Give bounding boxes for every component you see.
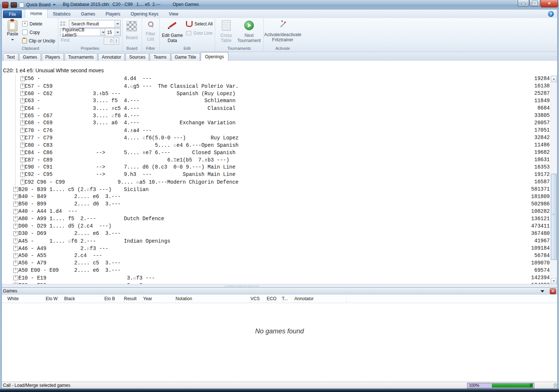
next-tournament-button[interactable]: Next Tournament <box>235 21 263 43</box>
tab-annotator[interactable]: Annotator <box>98 53 125 61</box>
expand-plus-icon[interactable]: + <box>13 194 18 199</box>
expand-plus-icon[interactable]: + <box>13 224 18 229</box>
scrollbar-thumb[interactable] <box>551 174 557 260</box>
column-header-notation[interactable]: Notation <box>176 295 251 303</box>
games-close-button[interactable]: x <box>550 288 556 294</box>
tree-row-a50-24[interactable]: +A50 - A55 2.c4 ---56784 <box>0 252 559 259</box>
help-icon[interactable]: ? <box>548 11 554 17</box>
delete-button[interactable]: × Delete <box>22 21 42 27</box>
scroll-down-icon[interactable]: ▼ <box>551 278 557 284</box>
font-combo[interactable]: FigurineCB LetterS <box>60 28 106 36</box>
tab-players[interactable]: Players <box>42 53 64 61</box>
tab-game-title[interactable]: Game Title <box>171 53 200 61</box>
expand-plus-icon[interactable]: + <box>13 239 18 243</box>
fritztrainer-button[interactable]: ★★ Activate/deactivate Fritztrainer <box>264 20 301 42</box>
tree-row-c92-13[interactable]: + C92 - C95 --> 9.h3 --- Spanish Main Li… <box>0 171 559 178</box>
goto-line-button[interactable]: Goto Line <box>186 31 213 36</box>
expand-plus-icon[interactable]: + <box>13 216 18 221</box>
tree-row-a80-19[interactable]: +A80 - A99 1.... f5 2.--- Dutch Defence1… <box>0 215 559 222</box>
first-spinner[interactable]: 0 ▲▼ <box>104 37 119 45</box>
expand-plus-icon[interactable]: + <box>13 261 18 266</box>
tree-row-c84-10[interactable]: + C84 - C86 --> 5.... ♗e7 6.--- Closed S… <box>0 149 559 156</box>
tree-row-d30-21[interactable]: +D30 - D69 2.... e6 3.---367480 <box>0 230 559 237</box>
select-all-button[interactable]: Select All <box>186 21 213 27</box>
tree-row-b40-16[interactable]: +B40 - B49 2.... e6 3.---181809 <box>0 193 559 200</box>
tree-row-c60-2[interactable]: + C60 - C62 3.♗b5 --- Spanish (Ruy Lopez… <box>0 90 559 97</box>
cross-table-button[interactable]: Cross Table <box>217 20 235 43</box>
tree-row-b50-17[interactable]: +B50 - B99 2.... d6 3.---502986 <box>0 200 559 208</box>
quick-board-checkbox[interactable] <box>19 3 24 7</box>
tab-openings[interactable]: Openings <box>201 52 228 61</box>
tree-row-c70-7[interactable]: + C70 - C76 4.♗a4 ---17051 <box>0 126 559 134</box>
tree-row-c92-14[interactable]: + C92 C96 - C99 9.... ♘a5 10.---Modern C… <box>0 178 559 185</box>
menu-tab-opening-keys[interactable]: Opening Keys <box>125 10 163 18</box>
menu-tab-home[interactable]: Home <box>25 9 48 18</box>
tree-row-a56-25[interactable]: +A56 - A79 2.... c5 3.---109070 <box>0 259 559 267</box>
tab-games[interactable]: Games <box>19 53 41 61</box>
font-size-combo[interactable]: 15 <box>105 28 121 36</box>
column-header-white[interactable]: White <box>7 295 46 303</box>
menu-tab-file[interactable]: File <box>3 10 22 18</box>
expand-plus-icon[interactable]: + <box>13 246 18 251</box>
expand-plus-icon[interactable]: + <box>13 268 18 273</box>
close-button[interactable]: ✕ <box>541 0 558 7</box>
tree-row-c56-0[interactable]: + C56 - 4.d4 ---19284 <box>0 75 559 82</box>
scroll-up-icon[interactable]: ▲ <box>551 76 557 82</box>
menu-tab-statistics[interactable]: Statistics <box>48 10 76 18</box>
column-header-t[interactable]: T... <box>282 295 294 303</box>
expand-plus-icon[interactable]: + <box>13 209 18 214</box>
expand-plus-icon[interactable]: + <box>13 275 18 280</box>
tab-tournaments[interactable]: Tournaments <box>65 53 97 61</box>
vertical-scrollbar[interactable]: ▲ ▼ <box>551 76 557 284</box>
column-header-elo-w[interactable]: Elo W <box>46 295 64 303</box>
splitter-handle-icon[interactable] <box>224 285 259 287</box>
clip-or-unclip-button[interactable]: Clip or Unclip <box>22 38 55 44</box>
tree-row-c65-5[interactable]: + C65 - C67 3.... ♘f6 4.---33805 <box>0 112 559 119</box>
column-header-annotator[interactable]: Annotator <box>294 295 346 303</box>
tree-row-a46-23[interactable]: +A46 - A49 2.♘f3 ---109184 <box>0 244 559 252</box>
collapse-triangle-icon[interactable] <box>541 290 544 292</box>
spinner-arrows-icon[interactable]: ▲▼ <box>114 38 119 44</box>
menu-tab-view[interactable]: View <box>163 10 183 18</box>
filter-list-button[interactable]: Filter List <box>144 21 158 42</box>
menu-tab-games[interactable]: Games <box>76 10 100 18</box>
tree-row-c80-9[interactable]: + C80 - C83 5.... ♘e4 6.---Open Spanish1… <box>0 141 559 149</box>
search-result-combo[interactable]: Search Result <box>69 20 121 28</box>
tab-text[interactable]: Text <box>3 53 18 61</box>
minimize-button[interactable] <box>518 0 529 7</box>
tree-row-b20-15[interactable]: +B20 - B39 1.... c5 (2.♘f3 ---) Sicilian… <box>0 185 559 193</box>
expand-plus-icon[interactable]: + <box>13 202 18 207</box>
tree-row-e20-28[interactable]: +E20 - E59 3.♘c3 ---104893 <box>0 281 559 284</box>
tree-row-a50-26[interactable]: +A50 E00 - E09 2.... e6 3.---69574 <box>0 267 559 274</box>
tree-row-c87-11[interactable]: + C87 - C89 6.♖e1(b5 7.♗b3 ---)18631 <box>0 156 559 163</box>
tab-sources[interactable]: Sources <box>125 53 149 61</box>
tree-row-a45-22[interactable]: +A45 - 1.... ♘f6 2.--- Indian Openings41… <box>0 237 559 244</box>
copy-button[interactable]: Copy <box>22 30 40 35</box>
column-header-result[interactable]: Result <box>124 295 143 303</box>
edit-game-data-button[interactable]: Edit Game Data <box>161 20 184 43</box>
column-header-year[interactable]: Year <box>143 295 176 303</box>
menu-tab-players[interactable]: Players <box>100 10 125 18</box>
column-header-black[interactable]: Black <box>64 295 104 303</box>
tree-row-e10-27[interactable]: +E10 - E19 3.♘f3 ---142394 <box>0 274 559 281</box>
chevron-down-icon[interactable] <box>53 4 56 6</box>
board-button[interactable]: Board <box>124 21 139 40</box>
tree-row-c90-12[interactable]: + C90 - C91 --> 7.... d6 (8.c3 0-0 9.---… <box>0 163 559 171</box>
maximize-button[interactable] <box>529 0 540 7</box>
tree-row-c63-3[interactable]: + C63 - 3.... f5 4.--- Schliemann11849 <box>0 97 559 104</box>
tree-row-c77-8[interactable]: + C77 - C79 4.... ♘f6(5.0-0 ---) Ruy Lop… <box>0 134 559 141</box>
expand-plus-icon[interactable]: + <box>13 231 18 236</box>
tree-row-a40-18[interactable]: +A40 - A44 1.d4 ---108282 <box>0 208 559 215</box>
quick-board-label[interactable]: Quick Board <box>26 2 51 7</box>
tree-row-c64-4[interactable]: + C64 - 3.... ♗c5 4.--- Classical8684 <box>0 104 559 112</box>
column-header-vcs[interactable]: VCS <box>251 295 267 303</box>
tree-row-d00-20[interactable]: +D00 - D29 1.... d5 (2.c4 ---)473411 <box>0 222 559 230</box>
tab-teams[interactable]: Teams <box>150 53 170 61</box>
tree-row-c57-1[interactable]: + C57 - C59 4.♘g5 --- The Classical Pole… <box>0 82 559 90</box>
column-header-eco[interactable]: ECO <box>267 295 282 303</box>
expand-plus-icon[interactable]: + <box>13 253 18 258</box>
expand-plus-icon[interactable]: + <box>13 187 18 192</box>
tree-row-c68-6[interactable]: + C68 - C69 3.... a6 4.--- Exchange Vari… <box>0 119 559 126</box>
paste-button[interactable]: Paste <box>5 20 20 42</box>
column-header-elo-b[interactable]: Elo B <box>104 295 124 303</box>
